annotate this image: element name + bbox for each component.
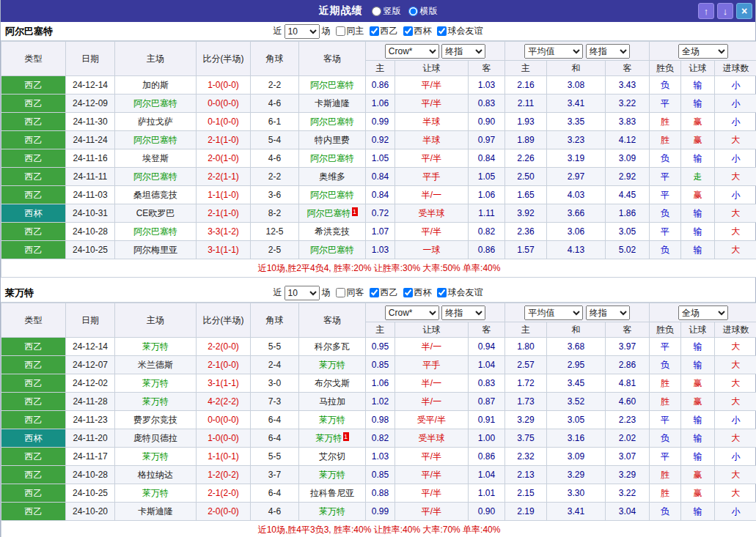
goals-cell: 大	[715, 429, 756, 448]
col-header-odds-home: 主	[366, 322, 395, 338]
match-row: 西乙24-11-28莱万特4-2(2-2)7-3马拉加1.02半/一0.871.…	[1, 393, 756, 411]
match-date: 24-11-03	[66, 186, 115, 204]
filter-row: 莱万特 近 10 场 同客 西乙 西杯 球会友谊	[1, 284, 755, 303]
team-section-albacete: 阿尔巴塞特 近 10 场 同主 西乙 西杯 球会友谊 类型 日期 主场 比分(半…	[1, 22, 755, 278]
match-count-select[interactable]: 10	[285, 24, 320, 39]
vertical-view-radio[interactable]	[372, 7, 381, 16]
red-card-badge: 1	[352, 207, 358, 216]
odds-home-cell: 0.82	[366, 429, 395, 448]
avg-draw-cell: 2.95	[547, 356, 606, 374]
score-cell: 3-1(1-1)	[197, 374, 251, 393]
avg-home-cell: 3.75	[505, 429, 547, 448]
league-filter-copa[interactable]: 西杯	[403, 286, 432, 299]
move-up-button[interactable]: ↑	[698, 3, 714, 19]
competition-type-badge: 西乙	[1, 466, 66, 484]
same-venue-filter[interactable]: 同客	[336, 286, 364, 299]
league-filter-laliga2[interactable]: 西乙	[370, 25, 398, 37]
odds-home-cell: 0.86	[366, 76, 395, 95]
full-match-select[interactable]: 全场	[678, 305, 728, 320]
team-name: 阿尔巴塞特	[310, 245, 354, 255]
competition-type-badge: 西乙	[1, 149, 66, 168]
odds-home-cell: 0.88	[366, 484, 395, 503]
col-header-away: 客场	[299, 42, 366, 76]
team-name: 艾尔切	[319, 451, 345, 462]
corner-cell: 3-0	[251, 374, 299, 393]
score-cell: 0-0(0-0)	[197, 411, 251, 429]
home-team-cell: 格拉纳达	[115, 466, 197, 484]
same-venue-checkbox[interactable]	[336, 26, 345, 36]
score-cell: 1-0(0-0)	[197, 76, 251, 95]
match-count-select[interactable]: 10	[285, 286, 320, 300]
avg-away-cell: 2.23	[606, 411, 650, 429]
odds-home-cell: 1.06	[366, 95, 395, 113]
avg-draw-cell: 3.41	[547, 503, 606, 521]
final-index-select[interactable]: 终指	[586, 305, 630, 320]
bookmaker-select[interactable]: Crow*	[385, 305, 439, 320]
avg-away-cell: 1.86	[606, 204, 650, 223]
league-checkbox[interactable]	[403, 26, 413, 36]
home-team-cell: 阿尔梅里亚	[115, 241, 197, 259]
handicap-result-cell: 输	[681, 503, 715, 521]
average-select[interactable]: 平均值	[524, 305, 583, 320]
league-filter-friendly[interactable]: 球会友谊	[437, 25, 483, 37]
odds-away-cell: 1.05	[469, 168, 505, 186]
goals-cell: 大	[715, 484, 756, 503]
same-venue-checkbox[interactable]	[336, 288, 345, 297]
match-date: 24-11-24	[66, 131, 115, 149]
league-filter-laliga2[interactable]: 西乙	[370, 286, 398, 299]
league-checkbox[interactable]	[370, 288, 379, 297]
league-checkbox[interactable]	[370, 26, 379, 36]
col-header-type: 类型	[1, 42, 66, 76]
match-date: 24-10-28	[66, 466, 115, 484]
competition-type-badge: 西杯	[1, 204, 66, 223]
view-option-vertical[interactable]: 竖版	[372, 5, 401, 18]
bookmaker-select[interactable]: Crow*	[385, 44, 439, 59]
odds-source-header: Crow* 终指	[366, 303, 505, 322]
average-odds-header: 平均值 终指	[505, 303, 650, 322]
match-date: 24-11-20	[66, 429, 115, 448]
view-option-horizontal[interactable]: 横版	[408, 5, 438, 18]
full-match-select[interactable]: 全场	[678, 44, 728, 59]
final-index-select[interactable]: 终指	[441, 305, 485, 320]
horizontal-view-radio[interactable]	[408, 7, 418, 16]
move-down-button[interactable]: ↓	[717, 3, 733, 19]
team-name: 卡斯迪隆	[315, 98, 350, 108]
avg-home-cell: 2.57	[505, 356, 547, 374]
avg-away-cell: 3.04	[606, 503, 650, 521]
result-cell: 负	[650, 149, 681, 168]
avg-draw-cell: 4.03	[547, 186, 606, 204]
league-filter-copa[interactable]: 西杯	[403, 25, 432, 37]
league-checkbox[interactable]	[437, 288, 447, 297]
same-venue-filter[interactable]: 同主	[336, 25, 364, 37]
match-date: 24-12-02	[66, 374, 115, 393]
league-label: 西杯	[414, 25, 432, 37]
col-header-odds-away: 客	[469, 322, 505, 338]
average-select[interactable]: 平均值	[524, 44, 583, 59]
handicap-line-cell: 半/一	[395, 186, 469, 204]
corner-cell: 6-4	[251, 411, 299, 429]
handicap-result-cell: 赢	[681, 131, 715, 149]
odds-away-cell: 1.11	[469, 204, 505, 223]
league-filter-friendly[interactable]: 球会友谊	[437, 286, 483, 299]
result-cell: 负	[650, 429, 681, 448]
team-name: 莱万特	[142, 378, 169, 388]
team-name: 希洪竞技	[315, 226, 350, 237]
vertical-view-label: 竖版	[383, 5, 401, 18]
team-name: 庞特贝德拉	[133, 433, 177, 443]
avg-home-cell: 2.15	[505, 484, 547, 503]
team-name: 莱万特	[319, 415, 345, 425]
league-checkbox[interactable]	[403, 288, 413, 297]
close-button[interactable]: ×	[736, 3, 752, 19]
league-checkbox[interactable]	[437, 26, 447, 36]
goals-cell: 大	[715, 223, 756, 241]
avg-home-cell: 1.57	[505, 241, 547, 259]
col-header-type: 类型	[1, 303, 66, 338]
final-index-select[interactable]: 终指	[586, 44, 630, 59]
score-cell: 1-2(0-2)	[197, 466, 251, 484]
col-header-avg-away: 客	[606, 61, 650, 76]
horizontal-view-label: 横版	[420, 5, 438, 18]
home-team-cell: 桑坦德竞技	[115, 186, 197, 204]
final-index-select[interactable]: 终指	[441, 44, 485, 59]
score-cell: 2-2(1-1)	[197, 168, 251, 186]
match-row: 西乙24-11-11阿尔巴塞特2-2(1-1)2-2奥维多0.84平手1.052…	[1, 168, 756, 186]
